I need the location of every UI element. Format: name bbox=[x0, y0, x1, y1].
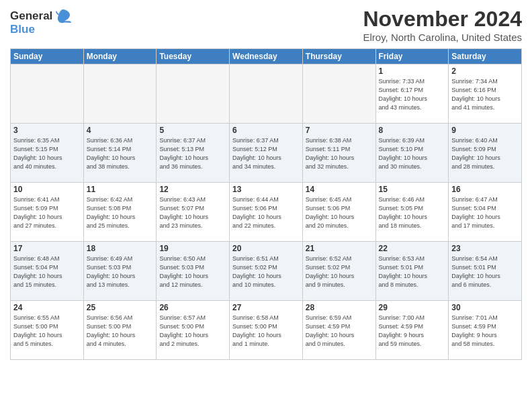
table-row: 19Sunrise: 6:50 AM Sunset: 5:03 PM Dayli… bbox=[157, 242, 230, 301]
day-info: Sunrise: 6:39 AM Sunset: 5:10 PM Dayligh… bbox=[379, 136, 446, 171]
day-number: 9 bbox=[451, 126, 519, 135]
table-row: 23Sunrise: 6:54 AM Sunset: 5:01 PM Dayli… bbox=[449, 242, 522, 301]
day-info: Sunrise: 6:36 AM Sunset: 5:14 PM Dayligh… bbox=[87, 136, 154, 171]
day-info: Sunrise: 6:38 AM Sunset: 5:11 PM Dayligh… bbox=[306, 136, 373, 171]
table-row: 22Sunrise: 6:53 AM Sunset: 5:01 PM Dayli… bbox=[375, 242, 449, 301]
day-number: 5 bbox=[159, 126, 226, 135]
table-row: 5Sunrise: 6:37 AM Sunset: 5:13 PM Daylig… bbox=[157, 124, 230, 183]
day-info: Sunrise: 6:35 AM Sunset: 5:15 PM Dayligh… bbox=[13, 136, 81, 171]
day-info: Sunrise: 6:49 AM Sunset: 5:03 PM Dayligh… bbox=[87, 255, 154, 289]
day-info: Sunrise: 6:52 AM Sunset: 5:02 PM Dayligh… bbox=[306, 255, 373, 289]
col-thursday: Thursday bbox=[302, 49, 375, 64]
day-info: Sunrise: 6:57 AM Sunset: 5:00 PM Dayligh… bbox=[159, 314, 226, 349]
table-row: 2Sunrise: 7:34 AM Sunset: 6:16 PM Daylig… bbox=[449, 64, 522, 124]
day-info: Sunrise: 6:45 AM Sunset: 5:06 PM Dayligh… bbox=[306, 195, 373, 230]
calendar-week-row: 1Sunrise: 7:33 AM Sunset: 6:17 PM Daylig… bbox=[11, 64, 522, 124]
table-row: 9Sunrise: 6:40 AM Sunset: 5:09 PM Daylig… bbox=[449, 124, 522, 183]
day-info: Sunrise: 6:51 AM Sunset: 5:02 PM Dayligh… bbox=[232, 255, 300, 289]
day-info: Sunrise: 6:42 AM Sunset: 5:08 PM Dayligh… bbox=[87, 195, 154, 230]
day-number: 19 bbox=[159, 244, 226, 253]
table-row: 15Sunrise: 6:46 AM Sunset: 5:05 PM Dayli… bbox=[375, 183, 449, 242]
day-number: 27 bbox=[232, 303, 300, 312]
location-title: Elroy, North Carolina, United States bbox=[363, 32, 522, 43]
day-number: 24 bbox=[13, 303, 81, 312]
day-number: 15 bbox=[379, 185, 446, 194]
table-row: 3Sunrise: 6:35 AM Sunset: 5:15 PM Daylig… bbox=[11, 124, 84, 183]
day-info: Sunrise: 6:55 AM Sunset: 5:00 PM Dayligh… bbox=[13, 314, 81, 349]
day-number: 30 bbox=[451, 303, 519, 312]
table-row: 8Sunrise: 6:39 AM Sunset: 5:10 PM Daylig… bbox=[375, 124, 449, 183]
day-info: Sunrise: 6:58 AM Sunset: 5:00 PM Dayligh… bbox=[232, 314, 300, 349]
calendar-week-row: 3Sunrise: 6:35 AM Sunset: 5:15 PM Daylig… bbox=[11, 124, 522, 183]
table-row bbox=[11, 64, 84, 124]
table-row: 6Sunrise: 6:37 AM Sunset: 5:12 PM Daylig… bbox=[230, 124, 303, 183]
logo-blue-text: Blue bbox=[10, 23, 35, 36]
col-sunday: Sunday bbox=[11, 49, 84, 64]
day-info: Sunrise: 6:47 AM Sunset: 5:04 PM Dayligh… bbox=[451, 195, 519, 230]
day-info: Sunrise: 6:44 AM Sunset: 5:06 PM Dayligh… bbox=[232, 195, 300, 230]
day-info: Sunrise: 7:34 AM Sunset: 6:16 PM Dayligh… bbox=[451, 77, 519, 112]
day-number: 6 bbox=[232, 126, 300, 135]
table-row: 4Sunrise: 6:36 AM Sunset: 5:14 PM Daylig… bbox=[83, 124, 157, 183]
day-number: 18 bbox=[87, 244, 154, 253]
table-row: 17Sunrise: 6:48 AM Sunset: 5:04 PM Dayli… bbox=[11, 242, 84, 301]
table-row: 13Sunrise: 6:44 AM Sunset: 5:06 PM Dayli… bbox=[230, 183, 303, 242]
day-number: 21 bbox=[306, 244, 373, 253]
logo: General Blue bbox=[10, 7, 73, 36]
title-block: November 2024 Elroy, North Carolina, Uni… bbox=[363, 7, 522, 43]
day-number: 7 bbox=[306, 126, 373, 135]
table-row: 27Sunrise: 6:58 AM Sunset: 5:00 PM Dayli… bbox=[230, 301, 303, 360]
calendar-week-row: 24Sunrise: 6:55 AM Sunset: 5:00 PM Dayli… bbox=[11, 301, 522, 360]
calendar-week-row: 10Sunrise: 6:41 AM Sunset: 5:09 PM Dayli… bbox=[11, 183, 522, 242]
day-number: 11 bbox=[87, 185, 154, 194]
calendar-header-row: Sunday Monday Tuesday Wednesday Thursday… bbox=[11, 49, 522, 64]
day-number: 25 bbox=[87, 303, 154, 312]
day-number: 1 bbox=[379, 66, 446, 76]
col-friday: Friday bbox=[375, 49, 449, 64]
col-wednesday: Wednesday bbox=[230, 49, 303, 64]
table-row: 10Sunrise: 6:41 AM Sunset: 5:09 PM Dayli… bbox=[11, 183, 84, 242]
table-row: 14Sunrise: 6:45 AM Sunset: 5:06 PM Dayli… bbox=[302, 183, 375, 242]
col-tuesday: Tuesday bbox=[157, 49, 230, 64]
table-row: 18Sunrise: 6:49 AM Sunset: 5:03 PM Dayli… bbox=[83, 242, 157, 301]
table-row: 7Sunrise: 6:38 AM Sunset: 5:11 PM Daylig… bbox=[302, 124, 375, 183]
logo-bird-icon bbox=[54, 7, 73, 26]
day-number: 28 bbox=[306, 303, 373, 312]
day-info: Sunrise: 7:01 AM Sunset: 4:59 PM Dayligh… bbox=[451, 314, 519, 349]
day-number: 3 bbox=[13, 126, 81, 135]
day-info: Sunrise: 6:50 AM Sunset: 5:03 PM Dayligh… bbox=[159, 255, 226, 289]
table-row: 26Sunrise: 6:57 AM Sunset: 5:00 PM Dayli… bbox=[157, 301, 230, 360]
day-number: 22 bbox=[379, 244, 446, 253]
day-number: 17 bbox=[13, 244, 81, 253]
day-number: 8 bbox=[379, 126, 446, 135]
day-info: Sunrise: 6:54 AM Sunset: 5:01 PM Dayligh… bbox=[451, 255, 519, 289]
table-row: 28Sunrise: 6:59 AM Sunset: 4:59 PM Dayli… bbox=[302, 301, 375, 360]
table-row: 12Sunrise: 6:43 AM Sunset: 5:07 PM Dayli… bbox=[157, 183, 230, 242]
day-info: Sunrise: 7:00 AM Sunset: 4:59 PM Dayligh… bbox=[379, 314, 446, 349]
day-info: Sunrise: 6:37 AM Sunset: 5:13 PM Dayligh… bbox=[159, 136, 226, 171]
day-info: Sunrise: 6:48 AM Sunset: 5:04 PM Dayligh… bbox=[13, 255, 81, 289]
table-row: 20Sunrise: 6:51 AM Sunset: 5:02 PM Dayli… bbox=[230, 242, 303, 301]
table-row bbox=[302, 64, 375, 124]
day-number: 16 bbox=[451, 185, 519, 194]
table-row bbox=[83, 64, 157, 124]
table-row bbox=[230, 64, 303, 124]
day-number: 26 bbox=[159, 303, 226, 312]
day-info: Sunrise: 6:46 AM Sunset: 5:05 PM Dayligh… bbox=[379, 195, 446, 230]
day-info: Sunrise: 7:33 AM Sunset: 6:17 PM Dayligh… bbox=[379, 77, 446, 112]
table-row: 1Sunrise: 7:33 AM Sunset: 6:17 PM Daylig… bbox=[375, 64, 449, 124]
col-monday: Monday bbox=[83, 49, 157, 64]
day-number: 20 bbox=[232, 244, 300, 253]
header: General Blue November 2024 Elroy, North … bbox=[10, 7, 522, 43]
page: General Blue November 2024 Elroy, North … bbox=[0, 0, 532, 411]
table-row: 30Sunrise: 7:01 AM Sunset: 4:59 PM Dayli… bbox=[449, 301, 522, 360]
day-number: 14 bbox=[306, 185, 373, 194]
month-title: November 2024 bbox=[363, 7, 522, 32]
day-number: 2 bbox=[451, 66, 519, 76]
calendar-week-row: 17Sunrise: 6:48 AM Sunset: 5:04 PM Dayli… bbox=[11, 242, 522, 301]
day-number: 23 bbox=[451, 244, 519, 253]
day-info: Sunrise: 6:37 AM Sunset: 5:12 PM Dayligh… bbox=[232, 136, 300, 171]
table-row: 16Sunrise: 6:47 AM Sunset: 5:04 PM Dayli… bbox=[449, 183, 522, 242]
day-info: Sunrise: 6:43 AM Sunset: 5:07 PM Dayligh… bbox=[159, 195, 226, 230]
day-number: 13 bbox=[232, 185, 300, 194]
